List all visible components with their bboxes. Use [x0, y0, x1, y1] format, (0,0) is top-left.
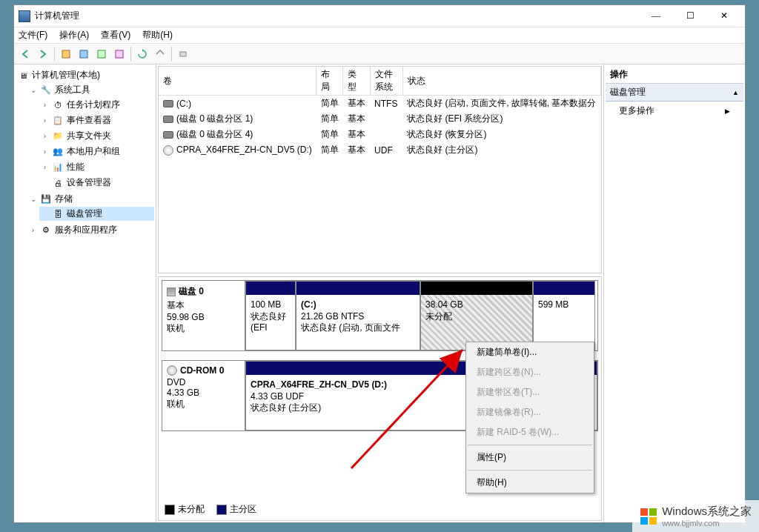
actions-pane: 操作 磁盘管理 ▲ 更多操作 ▶	[604, 64, 745, 522]
svg-rect-6	[640, 508, 648, 516]
svg-rect-3	[116, 50, 123, 58]
menu-action[interactable]: 操作(A)	[59, 29, 89, 41]
tree-disk-management[interactable]: 🗄磁盘管理	[39, 207, 154, 221]
computer-management-window: 计算机管理 — ☐ ✕ 文件(F) 操作(A) 查看(V) 帮助(H) 🖥计算机…	[13, 4, 746, 523]
tree-services[interactable]: ›⚙服务和应用程序	[27, 223, 154, 237]
svg-rect-1	[80, 50, 87, 58]
tree-storage[interactable]: ⌄💾存储	[27, 192, 154, 206]
tree-task-scheduler[interactable]: ›⏱任务计划程序	[39, 98, 154, 112]
context-menu: 新建简单卷(I)... 新建跨区卷(N)... 新建带区卷(T)... 新建镜像…	[465, 342, 594, 493]
app-icon	[19, 10, 30, 22]
properties-button[interactable]	[76, 46, 92, 62]
view-button[interactable]	[93, 46, 110, 62]
toolbar	[14, 44, 745, 64]
watermark: Windows系统之家 www.bjjmlv.com	[632, 500, 759, 532]
volume-row[interactable]: (磁盘 0 磁盘分区 4)简单基本状态良好 (恢复分区)	[159, 127, 601, 142]
svg-rect-9	[649, 517, 657, 525]
minimize-button[interactable]: —	[640, 6, 672, 27]
volume-row[interactable]: CPRA_X64FRE_ZH-CN_DV5 (D:)简单基本UDF状态良好 (主…	[159, 142, 601, 158]
tree-shared-folders[interactable]: ›📁共享文件夹	[39, 129, 154, 143]
volume-row[interactable]: (C:)简单基本NTFS状态良好 (启动, 页面文件, 故障转储, 基本数据分	[159, 96, 601, 112]
volume-row[interactable]: (磁盘 0 磁盘分区 1)简单基本状态良好 (EFI 系统分区)	[159, 111, 601, 127]
menu-help[interactable]: 帮助(H)	[466, 473, 594, 493]
col-type[interactable]: 类型	[343, 67, 370, 96]
disk-partition[interactable]: 100 MB状态良好 (EFI	[245, 281, 296, 350]
cdrom-icon	[167, 365, 177, 376]
menu-file[interactable]: 文件(F)	[19, 29, 47, 41]
disk-partition[interactable]: 38.04 GB未分配	[420, 281, 533, 350]
volume-list[interactable]: 卷 布局 类型 文件系统 状态 (C:)简单基本NTFS状态良好 (启动, 页面…	[158, 66, 602, 273]
col-fs[interactable]: 文件系统	[370, 67, 402, 96]
svg-rect-2	[98, 50, 105, 58]
menu-new-mirrored-volume: 新建镜像卷(R)...	[466, 402, 594, 422]
tree-local-users[interactable]: ›👥本地用户和组	[39, 144, 154, 159]
chevron-right-icon: ▶	[725, 107, 730, 115]
menu-view[interactable]: 查看(V)	[101, 29, 130, 41]
tree-event-viewer[interactable]: ›📋事件查看器	[39, 113, 154, 127]
window-title: 计算机管理	[35, 10, 640, 22]
menu-new-raid5-volume: 新建 RAID-5 卷(W)...	[466, 422, 594, 442]
menu-new-spanned-volume: 新建跨区卷(N)...	[466, 362, 594, 382]
misc-button[interactable]	[175, 46, 191, 62]
legend-swatch-unallocated	[165, 505, 175, 515]
actions-header: 操作	[606, 66, 743, 84]
back-button[interactable]	[17, 46, 33, 62]
close-button[interactable]: ✕	[708, 6, 740, 27]
forward-button[interactable]	[35, 46, 51, 62]
menu-properties[interactable]: 属性(P)	[466, 448, 594, 468]
disk-partition[interactable]: (C:)21.26 GB NTFS状态良好 (启动, 页面文件	[296, 281, 420, 350]
legend-swatch-primary	[216, 505, 227, 515]
svg-rect-8	[640, 517, 648, 525]
tree-performance[interactable]: ›📊性能	[39, 160, 154, 174]
tree-device-manager[interactable]: 🖨设备管理器	[39, 176, 154, 190]
action-more[interactable]: 更多操作 ▶	[606, 102, 743, 120]
svg-rect-7	[649, 508, 657, 516]
maximize-button[interactable]: ☐	[674, 6, 706, 27]
svg-rect-0	[62, 50, 70, 58]
menu-help[interactable]: 帮助(H)	[142, 29, 173, 41]
help-button[interactable]	[111, 46, 127, 62]
cdrom-0-header[interactable]: CD-ROM 0 DVD 4.33 GB 联机	[162, 361, 245, 430]
svg-rect-4	[180, 52, 186, 56]
col-layout[interactable]: 布局	[316, 67, 343, 96]
col-volume[interactable]: 卷	[159, 67, 316, 96]
disk-partition[interactable]: 599 MB	[533, 281, 595, 350]
legend: 未分配 主分区	[165, 503, 256, 516]
windows-logo-icon	[640, 508, 657, 525]
titlebar: 计算机管理 — ☐ ✕	[14, 5, 745, 27]
disk-0-row[interactable]: 磁盘 0 基本 59.98 GB 联机 100 MB状态良好 (EFI(C:)2…	[162, 280, 598, 351]
menu-new-simple-volume[interactable]: 新建简单卷(I)...	[466, 342, 594, 362]
rescan-button[interactable]	[152, 46, 168, 62]
watermark-url: www.bjjmlv.com	[662, 519, 752, 528]
tree-root[interactable]: 🖥计算机管理(本地)	[16, 68, 154, 82]
col-status[interactable]: 状态	[402, 67, 600, 96]
menubar: 文件(F) 操作(A) 查看(V) 帮助(H)	[14, 27, 745, 44]
watermark-title: Windows系统之家	[662, 505, 752, 519]
section-collapse-icon[interactable]: ▲	[732, 89, 739, 96]
navigation-tree[interactable]: 🖥计算机管理(本地) ⌄🔧系统工具 ›⏱任务计划程序 ›📋事件查看器 ›📁共享文…	[14, 64, 156, 522]
menu-new-striped-volume: 新建带区卷(T)...	[466, 382, 594, 402]
disk-icon	[167, 287, 176, 296]
actions-section[interactable]: 磁盘管理 ▲	[606, 84, 743, 102]
disk-0-header[interactable]: 磁盘 0 基本 59.98 GB 联机	[162, 281, 245, 350]
tree-system-tools[interactable]: ⌄🔧系统工具	[27, 83, 154, 97]
up-button[interactable]	[58, 46, 74, 62]
refresh-button[interactable]	[134, 46, 150, 62]
